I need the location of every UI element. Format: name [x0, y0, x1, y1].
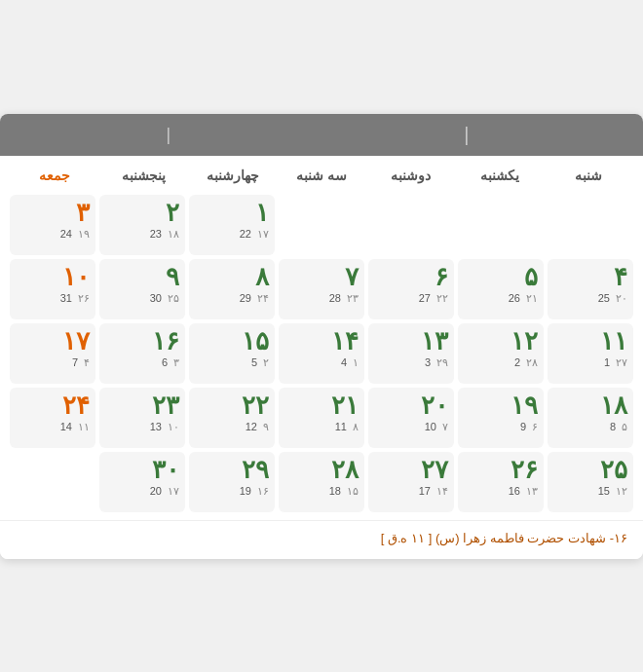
day-cell: ۱۴۱4: [279, 323, 364, 384]
day-sub-nums: ۲۵30: [150, 292, 179, 305]
day-cell: [548, 195, 633, 255]
day-cell: ۲۰۷10: [368, 388, 454, 448]
hijri-day-num: ۲: [263, 356, 269, 369]
gregorian-day-num: 1: [604, 356, 610, 369]
day-cell: ۲۳۱۰13: [99, 388, 185, 448]
day-name-شنبه: شنبه: [545, 164, 633, 187]
day-cell: ۱۵۲5: [189, 323, 275, 384]
hijri-day-num: ۲۳: [347, 292, 359, 305]
hijri-day-num: ۲۹: [436, 356, 448, 369]
persian-day-num: ۲۶: [511, 456, 538, 484]
persian-day-num: ۲۸: [331, 456, 359, 484]
day-cell: ۲۴۱۱14: [10, 388, 95, 448]
persian-day-num: ۳۰: [152, 456, 179, 484]
hijri-day-num: ۱۹: [78, 228, 90, 241]
day-cell: ۲۸۱۵18: [279, 452, 364, 512]
hijri-day-num: ۱۶: [257, 485, 269, 498]
gregorian-day-num: 28: [329, 292, 341, 305]
persian-day-num: ۵: [524, 263, 538, 291]
day-cell: [458, 195, 544, 255]
day-cell: ۱۹۶9: [458, 388, 544, 448]
persian-day-num: ۲۴: [62, 392, 90, 420]
day-cell: ۷۲۳28: [279, 259, 364, 319]
day-sub-nums: ۱۳16: [509, 485, 538, 498]
hijri-day-num: ۶: [532, 421, 538, 433]
persian-day-num: ۲: [166, 199, 179, 227]
persian-day-num: ۲۲: [242, 392, 269, 420]
gregorian-day-num: 11: [335, 421, 347, 433]
day-sub-nums: ۱۴17: [419, 485, 448, 498]
day-name-پنجشنبه: پنجشنبه: [98, 164, 187, 187]
day-sub-nums: ۶9: [520, 421, 538, 433]
hijri-day-num: ۱۷: [257, 228, 269, 241]
gregorian-day-num: 27: [419, 292, 431, 305]
hijri-day-num: ۲۴: [257, 292, 269, 305]
gregorian-day-num: 23: [150, 228, 162, 241]
persian-day-num: ۱۳: [421, 327, 448, 355]
persian-day-num: ۲۵: [600, 456, 627, 484]
day-sub-nums: ۹12: [246, 421, 269, 433]
calendar: | | شنبهیکشنبهدوشنبهسه شنبهچهارشنبهپنجشن…: [0, 114, 643, 559]
persian-day-num: ۲۱: [331, 392, 359, 420]
hijri-day-num: ۲۰: [616, 292, 627, 305]
gregorian-day-num: 9: [520, 421, 526, 433]
persian-day-num: ۸: [255, 263, 269, 291]
persian-day-num: ۱۱: [600, 327, 627, 355]
day-cell: ۱۳۲۹3: [368, 323, 454, 384]
gregorian-day-num: 4: [341, 356, 347, 369]
persian-day-num: ۲۷: [421, 456, 448, 484]
day-names-row: شنبهیکشنبهدوشنبهسه شنبهچهارشنبهپنجشنبهجم…: [0, 156, 643, 191]
day-sub-nums: ۱۶19: [240, 485, 269, 498]
persian-day-num: ۴: [614, 263, 627, 291]
day-cell: ۲۲۹12: [189, 388, 275, 448]
day-cell: ۱۲۲۸2: [458, 323, 544, 384]
gregorian-day-num: 14: [60, 421, 72, 433]
day-sub-nums: ۱۲15: [598, 485, 627, 498]
gregorian-day-num: 31: [60, 292, 72, 305]
gregorian-day-num: 25: [598, 292, 610, 305]
day-name-سه شنبه: سه شنبه: [277, 164, 365, 187]
gregorian-day-num: 16: [509, 485, 520, 498]
day-name-جمعه: جمعه: [10, 164, 98, 187]
day-sub-nums: ۱۰13: [150, 421, 179, 433]
persian-day-num: ۱۲: [511, 327, 538, 355]
gregorian-day-num: 19: [240, 485, 251, 498]
gregorian-day-num: 10: [425, 421, 436, 433]
day-sub-nums: ۱۵18: [329, 485, 359, 498]
hijri-day-num: ۲۱: [526, 292, 538, 305]
persian-day-num: ۱۴: [331, 327, 359, 355]
day-cell: ۲۵۱۲15: [548, 452, 633, 512]
day-sub-nums: ۲5: [251, 356, 269, 369]
day-cell: [279, 195, 364, 255]
gregorian-day-num: 18: [329, 485, 341, 498]
day-cell: [10, 452, 95, 512]
day-name-یکشنبه: یکشنبه: [455, 164, 544, 187]
day-sub-nums: ۱۷22: [240, 228, 269, 241]
gregorian-day-num: 12: [246, 421, 257, 433]
hijri-day-num: ۲۵: [168, 292, 179, 305]
hijri-day-num: ۱۳: [526, 485, 538, 498]
day-sub-nums: ۱4: [341, 356, 359, 369]
hijri-day-num: ۱۵: [347, 485, 359, 498]
calendar-grid: ۱۱۷22۲۱۸23۳۱۹24۴۲۰25۵۲۱26۶۲۲27۷۲۳28۸۲۴29…: [0, 191, 643, 520]
day-sub-nums: ۵8: [610, 421, 627, 433]
day-sub-nums: ۲۰25: [598, 292, 627, 305]
day-cell: ۸۲۴29: [189, 259, 275, 319]
gregorian-day-num: 2: [514, 356, 520, 369]
gregorian-day-num: 17: [419, 485, 431, 498]
day-sub-nums: ۲۳28: [329, 292, 359, 305]
day-cell: ۳۱۹24: [10, 195, 95, 255]
hijri-day-num: ۸: [353, 421, 359, 433]
day-cell: ۴۲۰25: [548, 259, 633, 319]
persian-day-num: ۶: [435, 263, 448, 291]
day-sub-nums: ۲۱26: [509, 292, 538, 305]
gregorian-day-num: 13: [150, 421, 162, 433]
hijri-day-num: ۲۸: [526, 356, 538, 369]
persian-day-num: ۹: [166, 263, 179, 291]
gregorian-day-num: 26: [509, 292, 520, 305]
gregorian-day-num: 15: [598, 485, 610, 498]
day-name-دوشنبه: دوشنبه: [366, 164, 455, 187]
day-cell: ۱۱۲۷1: [548, 323, 633, 384]
hijri-day-num: ۲۷: [616, 356, 627, 369]
hijri-day-num: ۲۲: [436, 292, 448, 305]
